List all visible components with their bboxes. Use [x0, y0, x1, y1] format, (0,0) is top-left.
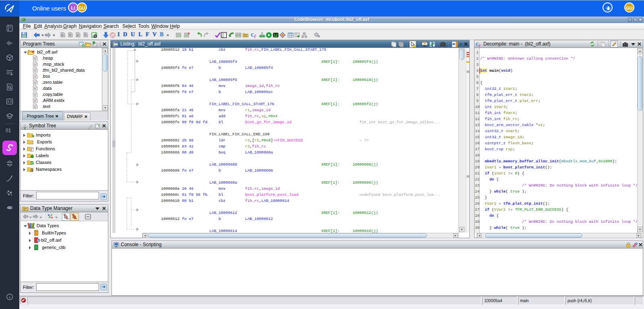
- svg-text:f: f: [479, 44, 481, 47]
- svg-text:DT: DT: [24, 208, 27, 210]
- svg-text:01: 01: [222, 35, 224, 37]
- svg-text:{}: {}: [31, 168, 34, 172]
- svg-text:C: C: [31, 161, 34, 165]
- svg-text:C: C: [251, 32, 254, 38]
- svg-text:f: f: [254, 34, 256, 38]
- svg-text:DT: DT: [244, 35, 247, 37]
